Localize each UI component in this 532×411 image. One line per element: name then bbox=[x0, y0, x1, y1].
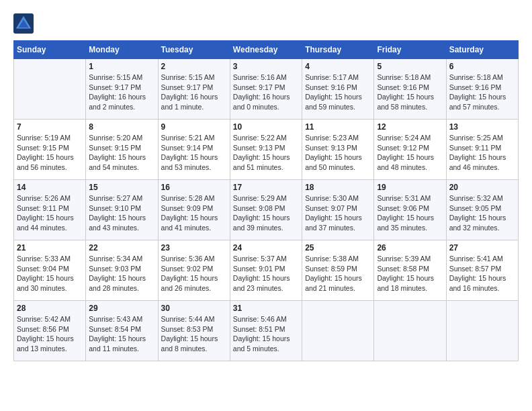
calendar-cell: 3Sunrise: 5:16 AM Sunset: 9:17 PM Daylig… bbox=[230, 59, 302, 120]
calendar-week-row: 28Sunrise: 5:42 AM Sunset: 8:56 PM Dayli… bbox=[14, 301, 519, 361]
weekday-header-friday: Friday bbox=[374, 41, 446, 59]
day-info: Sunrise: 5:18 AM Sunset: 9:16 PM Dayligh… bbox=[377, 73, 443, 112]
calendar-body: 1Sunrise: 5:15 AM Sunset: 9:17 PM Daylig… bbox=[14, 59, 519, 361]
calendar-cell: 18Sunrise: 5:30 AM Sunset: 9:07 PM Dayli… bbox=[302, 180, 374, 240]
day-number: 26 bbox=[377, 243, 443, 253]
calendar-cell: 15Sunrise: 5:27 AM Sunset: 9:10 PM Dayli… bbox=[86, 180, 158, 240]
day-info: Sunrise: 5:23 AM Sunset: 9:13 PM Dayligh… bbox=[305, 133, 371, 173]
day-info: Sunrise: 5:39 AM Sunset: 8:58 PM Dayligh… bbox=[377, 254, 443, 293]
calendar-cell bbox=[446, 301, 518, 361]
calendar-cell: 9Sunrise: 5:21 AM Sunset: 9:14 PM Daylig… bbox=[158, 120, 230, 180]
calendar-cell: 11Sunrise: 5:23 AM Sunset: 9:13 PM Dayli… bbox=[302, 120, 374, 180]
calendar-week-row: 14Sunrise: 5:26 AM Sunset: 9:11 PM Dayli… bbox=[14, 180, 519, 240]
weekday-header-monday: Monday bbox=[86, 41, 158, 59]
day-info: Sunrise: 5:41 AM Sunset: 8:57 PM Dayligh… bbox=[449, 254, 515, 293]
calendar-cell: 31Sunrise: 5:46 AM Sunset: 8:51 PM Dayli… bbox=[230, 301, 302, 361]
day-info: Sunrise: 5:21 AM Sunset: 9:14 PM Dayligh… bbox=[161, 133, 227, 173]
calendar-cell bbox=[14, 59, 86, 120]
calendar-week-row: 7Sunrise: 5:19 AM Sunset: 9:15 PM Daylig… bbox=[14, 120, 519, 180]
calendar-table: SundayMondayTuesdayWednesdayThursdayFrid… bbox=[13, 40, 519, 361]
day-info: Sunrise: 5:46 AM Sunset: 8:51 PM Dayligh… bbox=[233, 314, 299, 354]
calendar-cell: 13Sunrise: 5:25 AM Sunset: 9:11 PM Dayli… bbox=[446, 120, 518, 180]
calendar-cell: 4Sunrise: 5:17 AM Sunset: 9:16 PM Daylig… bbox=[302, 59, 374, 120]
calendar-cell: 30Sunrise: 5:44 AM Sunset: 8:53 PM Dayli… bbox=[158, 301, 230, 361]
weekday-header-saturday: Saturday bbox=[446, 41, 518, 59]
calendar-cell: 26Sunrise: 5:39 AM Sunset: 8:58 PM Dayli… bbox=[374, 240, 446, 301]
day-info: Sunrise: 5:29 AM Sunset: 9:08 PM Dayligh… bbox=[233, 193, 299, 233]
weekday-header-sunday: Sunday bbox=[14, 41, 86, 59]
weekday-header-tuesday: Tuesday bbox=[158, 41, 230, 59]
calendar-cell: 5Sunrise: 5:18 AM Sunset: 9:16 PM Daylig… bbox=[374, 59, 446, 120]
day-info: Sunrise: 5:43 AM Sunset: 8:54 PM Dayligh… bbox=[89, 314, 154, 354]
calendar-cell: 22Sunrise: 5:34 AM Sunset: 9:03 PM Dayli… bbox=[86, 240, 158, 301]
day-info: Sunrise: 5:17 AM Sunset: 9:16 PM Dayligh… bbox=[305, 73, 371, 112]
calendar-cell: 24Sunrise: 5:37 AM Sunset: 9:01 PM Dayli… bbox=[230, 240, 302, 301]
calendar-cell: 1Sunrise: 5:15 AM Sunset: 9:17 PM Daylig… bbox=[86, 59, 158, 120]
day-number: 7 bbox=[17, 122, 83, 132]
day-number: 4 bbox=[305, 62, 371, 71]
day-number: 24 bbox=[233, 243, 299, 253]
day-info: Sunrise: 5:20 AM Sunset: 9:15 PM Dayligh… bbox=[89, 133, 154, 173]
calendar-cell: 27Sunrise: 5:41 AM Sunset: 8:57 PM Dayli… bbox=[446, 240, 518, 301]
day-number: 29 bbox=[89, 304, 154, 313]
weekday-header-thursday: Thursday bbox=[302, 41, 374, 59]
day-number: 15 bbox=[89, 183, 154, 192]
calendar-cell bbox=[374, 301, 446, 361]
calendar-cell: 8Sunrise: 5:20 AM Sunset: 9:15 PM Daylig… bbox=[86, 120, 158, 180]
day-number: 27 bbox=[449, 243, 515, 253]
logo-icon bbox=[13, 13, 34, 34]
day-number: 28 bbox=[17, 304, 83, 313]
calendar-cell: 17Sunrise: 5:29 AM Sunset: 9:08 PM Dayli… bbox=[230, 180, 302, 240]
day-number: 16 bbox=[161, 183, 227, 192]
day-number: 18 bbox=[305, 183, 371, 192]
day-number: 10 bbox=[233, 122, 299, 132]
day-info: Sunrise: 5:30 AM Sunset: 9:07 PM Dayligh… bbox=[305, 193, 371, 233]
day-info: Sunrise: 5:32 AM Sunset: 9:05 PM Dayligh… bbox=[449, 193, 515, 233]
day-number: 20 bbox=[449, 183, 515, 192]
day-info: Sunrise: 5:44 AM Sunset: 8:53 PM Dayligh… bbox=[161, 314, 227, 354]
day-number: 23 bbox=[161, 243, 227, 253]
day-info: Sunrise: 5:15 AM Sunset: 9:17 PM Dayligh… bbox=[161, 73, 227, 112]
day-number: 3 bbox=[233, 62, 299, 71]
day-number: 21 bbox=[17, 243, 83, 253]
day-info: Sunrise: 5:19 AM Sunset: 9:15 PM Dayligh… bbox=[17, 133, 83, 173]
day-number: 13 bbox=[449, 122, 515, 132]
calendar-cell: 10Sunrise: 5:22 AM Sunset: 9:13 PM Dayli… bbox=[230, 120, 302, 180]
day-info: Sunrise: 5:33 AM Sunset: 9:04 PM Dayligh… bbox=[17, 254, 83, 293]
day-info: Sunrise: 5:26 AM Sunset: 9:11 PM Dayligh… bbox=[17, 193, 83, 233]
day-number: 1 bbox=[89, 62, 154, 71]
calendar-cell: 19Sunrise: 5:31 AM Sunset: 9:06 PM Dayli… bbox=[374, 180, 446, 240]
day-number: 14 bbox=[17, 183, 83, 192]
day-info: Sunrise: 5:18 AM Sunset: 9:16 PM Dayligh… bbox=[449, 73, 515, 112]
calendar-week-row: 1Sunrise: 5:15 AM Sunset: 9:17 PM Daylig… bbox=[14, 59, 519, 120]
day-info: Sunrise: 5:37 AM Sunset: 9:01 PM Dayligh… bbox=[233, 254, 299, 293]
day-number: 11 bbox=[305, 122, 371, 132]
weekday-header-wednesday: Wednesday bbox=[230, 41, 302, 59]
day-number: 8 bbox=[89, 122, 154, 132]
day-number: 22 bbox=[89, 243, 154, 253]
day-number: 17 bbox=[233, 183, 299, 192]
day-info: Sunrise: 5:25 AM Sunset: 9:11 PM Dayligh… bbox=[449, 133, 515, 173]
page-header bbox=[13, 13, 519, 34]
day-info: Sunrise: 5:15 AM Sunset: 9:17 PM Dayligh… bbox=[89, 73, 154, 112]
calendar-cell: 23Sunrise: 5:36 AM Sunset: 9:02 PM Dayli… bbox=[158, 240, 230, 301]
day-number: 2 bbox=[161, 62, 227, 71]
day-info: Sunrise: 5:22 AM Sunset: 9:13 PM Dayligh… bbox=[233, 133, 299, 173]
calendar-header: SundayMondayTuesdayWednesdayThursdayFrid… bbox=[14, 41, 519, 59]
day-number: 30 bbox=[161, 304, 227, 313]
calendar-week-row: 21Sunrise: 5:33 AM Sunset: 9:04 PM Dayli… bbox=[14, 240, 519, 301]
day-info: Sunrise: 5:31 AM Sunset: 9:06 PM Dayligh… bbox=[377, 193, 443, 233]
day-number: 5 bbox=[377, 62, 443, 71]
calendar-cell: 2Sunrise: 5:15 AM Sunset: 9:17 PM Daylig… bbox=[158, 59, 230, 120]
day-info: Sunrise: 5:42 AM Sunset: 8:56 PM Dayligh… bbox=[17, 314, 83, 354]
calendar-cell: 6Sunrise: 5:18 AM Sunset: 9:16 PM Daylig… bbox=[446, 59, 518, 120]
day-info: Sunrise: 5:27 AM Sunset: 9:10 PM Dayligh… bbox=[89, 193, 154, 233]
calendar-cell: 29Sunrise: 5:43 AM Sunset: 8:54 PM Dayli… bbox=[86, 301, 158, 361]
calendar-cell bbox=[302, 301, 374, 361]
day-number: 25 bbox=[305, 243, 371, 253]
calendar-cell: 12Sunrise: 5:24 AM Sunset: 9:12 PM Dayli… bbox=[374, 120, 446, 180]
day-info: Sunrise: 5:38 AM Sunset: 8:59 PM Dayligh… bbox=[305, 254, 371, 293]
day-info: Sunrise: 5:28 AM Sunset: 9:09 PM Dayligh… bbox=[161, 193, 227, 233]
calendar-cell: 20Sunrise: 5:32 AM Sunset: 9:05 PM Dayli… bbox=[446, 180, 518, 240]
day-number: 9 bbox=[161, 122, 227, 132]
